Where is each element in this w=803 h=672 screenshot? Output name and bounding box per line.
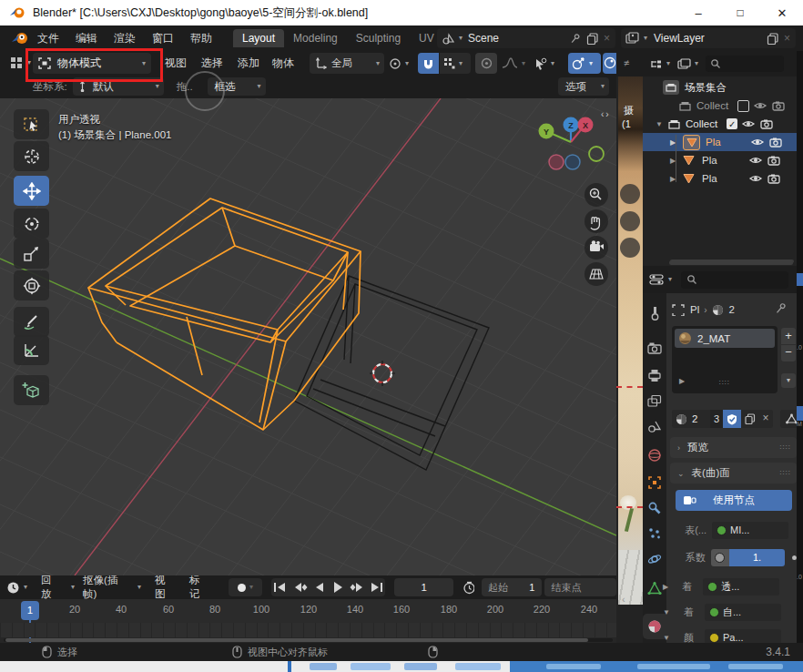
breadcrumb-material[interactable]: 2 [729,304,735,315]
camera-restrict-icon[interactable] [759,118,774,129]
preview-panel-header[interactable]: › 预览 ∷∷ [670,437,797,458]
viewlayer-icon[interactable] [625,32,640,45]
zoom-button[interactable] [584,183,608,207]
current-frame-field[interactable]: 1 [394,578,453,596]
workspace-tab-modeling[interactable]: Modeling [284,29,347,47]
scene-browse-chevron[interactable]: ▾ [459,35,462,42]
tab-view-layer[interactable] [647,393,662,408]
frame-end-field[interactable]: 结束点 [544,578,616,596]
exclude-checkbox-unchecked[interactable] [737,100,749,112]
scene-name[interactable]: Scene [468,32,499,45]
camera-view-button[interactable] [584,236,608,260]
strip-camera-button[interactable] [620,238,640,258]
maximize-button[interactable]: □ [719,0,761,25]
viewlayer-remove-icon[interactable]: × [784,32,790,45]
proportional-edit-toggle[interactable] [475,53,497,74]
menu-select[interactable]: 选择 [193,56,231,71]
eye-icon[interactable] [741,118,756,129]
outliner-row-scene-collection[interactable]: 场景集合 [643,78,803,97]
slot-remove-button[interactable]: − [781,345,796,361]
material-browse-button[interactable]: 2 [672,410,710,428]
jump-to-start-button[interactable] [271,578,290,596]
tab-object[interactable] [647,475,662,490]
outliner-properties-divider-pill[interactable] [669,260,793,265]
timeline-menu-view[interactable]: 视图 [147,575,181,601]
menu-add[interactable]: 添加 [229,56,268,71]
tab-scene[interactable] [647,419,662,433]
viewlayer-copy-icon[interactable] [767,33,779,45]
timeline-ruler[interactable]: 20 40 60 80 100 120 140 160 180 200 220 … [0,599,616,623]
shader-value[interactable]: 自... [705,604,781,621]
minimize-button[interactable]: – [677,0,719,25]
breadcrumb-object[interactable]: Pl [690,304,699,315]
tool-rotate[interactable] [14,209,49,239]
slot-list-expand[interactable]: ▶ [679,377,685,385]
camera-restrict-icon[interactable] [768,137,783,148]
slot-specials-dropdown[interactable]: ▾ [781,373,796,388]
overlays-dropdown[interactable]: ▾ [568,53,601,74]
tool-measure[interactable] [14,335,49,365]
frame-start-field[interactable]: 起始 1 [482,578,542,596]
tab-tool[interactable] [647,306,662,321]
prev-keyframe-button[interactable] [290,578,310,596]
strip-pan-button[interactable] [620,211,640,231]
gizmo-visibility-dropdown[interactable]: ▾ [534,53,566,74]
auto-key-group[interactable]: ▾ [229,578,262,596]
pin-icon[interactable] [776,302,788,315]
playhead[interactable]: 1 [21,601,39,620]
scene-unlink-icon[interactable]: × [604,32,610,45]
menu-render[interactable]: 渲染 [106,31,144,46]
camera-strip-viewport[interactable]: ≠ 摄 (1 ‹ [616,51,643,643]
eye-icon[interactable] [748,155,763,166]
tab-render[interactable] [647,341,662,355]
outliner-row-object[interactable]: ▶ Pla [643,151,803,169]
tab-output[interactable] [647,368,662,382]
navigation-gizmo[interactable]: Z X Y [539,117,605,170]
menu-file[interactable]: 文件 [29,31,67,46]
material-specials-dropdown[interactable]: ▾ [780,410,797,428]
outliner-filter[interactable]: ▾ [677,58,698,70]
play-button[interactable] [329,578,348,596]
use-preview-range-icon[interactable] [462,581,474,595]
tool-transform[interactable] [14,270,49,300]
xray-toggle[interactable] [603,53,616,74]
pin-icon[interactable] [570,33,581,45]
eye-icon[interactable] [750,137,765,148]
exclude-checkbox-checked[interactable]: ✓ [727,118,737,129]
pan-button[interactable] [584,209,608,233]
new-copy-icon[interactable] [586,33,599,45]
slot-list-grip[interactable]: ∷∷ [719,379,730,387]
camera-restrict-icon[interactable] [771,100,786,111]
surface-panel-header[interactable]: ⌄ 表(曲)面 ∷∷ [670,463,797,484]
scene-icon[interactable] [442,32,455,45]
outliner-search[interactable] [706,56,784,72]
timeline-track-area[interactable] [0,623,616,637]
outliner-row-collection[interactable]: ▼ Collect ✓ [643,115,803,133]
menu-edit[interactable]: 编辑 [67,31,106,46]
color-value[interactable]: Pa... [705,629,781,644]
camera-restrict-icon[interactable] [767,155,781,166]
blender-icon[interactable] [11,31,29,46]
menu-window[interactable]: 窗口 [144,31,182,46]
properties-search[interactable] [681,271,788,289]
play-reverse-button[interactable] [310,578,329,596]
snap-settings-dropdown[interactable]: ▾ [440,53,471,74]
expand-icon[interactable]: ▶ [663,583,668,591]
tab-world[interactable] [647,448,662,463]
orientation-dropdown[interactable]: 全局 ▾ [310,53,384,74]
viewport-3d[interactable]: Z X Y [0,98,616,575]
timeline-menu-keying[interactable]: 抠像(插帧) [75,575,134,601]
next-keyframe-button[interactable] [348,578,367,596]
tool-select-box[interactable] [14,109,49,139]
factor-slider[interactable]: 1. [711,549,785,566]
eye-icon[interactable] [753,100,767,111]
viewlayer-browse-chevron[interactable]: ▾ [644,35,647,42]
material-users-count[interactable]: 3 [710,410,723,428]
timeline-menu-markers[interactable]: 标记 [181,575,216,601]
outliner-row-object[interactable]: ▶ Pla [643,169,803,188]
fake-user-toggle[interactable] [723,410,741,428]
pivot-dropdown[interactable]: ▾ [389,53,416,74]
strip-collapse-arrow[interactable]: ‹ [622,594,625,605]
tool-move[interactable] [14,176,49,206]
viewlayer-name[interactable]: ViewLayer [654,32,705,45]
